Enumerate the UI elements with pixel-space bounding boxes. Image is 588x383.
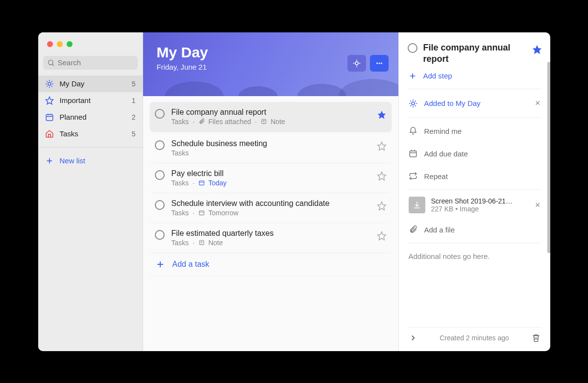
task-item[interactable]: Pay electric bill Tasks Today <box>150 163 392 193</box>
star-toggle[interactable] <box>532 44 541 54</box>
star-toggle[interactable] <box>377 110 387 120</box>
svg-rect-34 <box>199 210 204 215</box>
star-toggle[interactable] <box>377 171 387 181</box>
due-date-row[interactable]: Add due date <box>408 142 541 165</box>
list-options-button[interactable] <box>370 55 389 72</box>
add-step-button[interactable]: Add step <box>408 65 541 87</box>
note-icon <box>261 118 268 125</box>
delete-task-button[interactable] <box>531 332 541 343</box>
svg-marker-40 <box>377 231 386 240</box>
task-item[interactable]: Schedule business meeting Tasks <box>150 133 392 163</box>
task-meta: Tasks Today <box>172 179 370 187</box>
task-item[interactable]: File estimated quarterly taxes Tasks Not… <box>150 223 392 253</box>
svg-rect-12 <box>46 114 53 120</box>
svg-point-46 <box>412 102 415 105</box>
complete-checkbox[interactable] <box>155 170 165 180</box>
sidebar-divider <box>38 147 143 148</box>
hide-details-button[interactable] <box>408 332 418 343</box>
complete-checkbox[interactable] <box>155 230 165 240</box>
calendar-icon <box>45 113 54 122</box>
sidebar-item-label: Planned <box>60 113 87 121</box>
svg-point-25 <box>381 62 382 64</box>
task-title: File company annual report <box>172 108 370 117</box>
attachment-meta: 227 KB • Image <box>431 205 529 213</box>
sidebar-item-count: 2 <box>132 113 136 121</box>
search-input[interactable] <box>58 58 151 67</box>
attachment-name: Screen Shot 2019-06-21… <box>431 197 529 205</box>
add-task-label: Add a task <box>172 260 210 269</box>
task-meta: Tasks Tomorrow <box>172 209 370 217</box>
new-list-button[interactable]: New list <box>38 153 143 169</box>
calendar-icon <box>198 209 205 216</box>
sidebar-item-label: Tasks <box>60 129 78 138</box>
search-field[interactable] <box>43 56 138 70</box>
repeat-icon <box>409 172 417 180</box>
search-icon <box>47 58 55 67</box>
svg-point-23 <box>376 62 378 64</box>
notes-field[interactable]: Additional notes go here. <box>408 245 541 327</box>
svg-line-8 <box>51 86 52 86</box>
add-file-row[interactable]: Add a file <box>408 218 541 241</box>
svg-line-51 <box>410 101 411 101</box>
svg-point-0 <box>48 60 52 64</box>
svg-marker-36 <box>377 202 386 210</box>
attachment-icon <box>198 118 205 125</box>
attachment-row[interactable]: Screen Shot 2019-06-21… 227 KB • Image × <box>408 192 541 218</box>
sidebar-item-tasks[interactable]: Tasks 5 <box>38 126 143 142</box>
task-meta: Tasks Files attached Note <box>172 118 370 126</box>
added-to-myday-row[interactable]: Added to My Day × <box>408 91 541 115</box>
complete-checkbox[interactable] <box>408 43 417 53</box>
svg-line-10 <box>51 81 52 81</box>
remove-attachment-button[interactable]: × <box>535 200 540 210</box>
detail-task-title[interactable]: File company annual report <box>423 42 526 65</box>
sidebar-item-important[interactable]: Important 1 <box>38 92 143 109</box>
svg-point-2 <box>48 82 51 85</box>
svg-rect-55 <box>410 151 416 157</box>
plus-icon <box>409 72 416 80</box>
svg-line-9 <box>47 86 47 86</box>
home-icon <box>45 129 54 138</box>
complete-checkbox[interactable] <box>155 200 165 210</box>
svg-line-53 <box>410 105 411 106</box>
note-icon <box>198 239 205 246</box>
star-toggle[interactable] <box>377 141 387 151</box>
svg-marker-29 <box>377 110 386 119</box>
task-title: Schedule business meeting <box>172 139 370 148</box>
sidebar-item-count: 5 <box>132 130 136 138</box>
add-task-button[interactable]: Add a task <box>150 253 392 276</box>
task-list: File company annual report Tasks Files a… <box>143 96 398 351</box>
svg-point-24 <box>378 62 380 64</box>
sun-icon <box>45 79 54 88</box>
calendar-icon <box>409 149 417 158</box>
svg-rect-31 <box>199 180 204 185</box>
sidebar-item-count: 5 <box>132 80 136 88</box>
details-footer: Created 2 minutes ago <box>408 327 541 345</box>
task-title: Pay electric bill <box>172 169 370 178</box>
minimize-window-button[interactable] <box>57 41 63 47</box>
download-icon <box>409 197 425 213</box>
sidebar-item-count: 1 <box>132 97 136 104</box>
suggestions-button[interactable] <box>347 55 366 72</box>
sidebar-item-myday[interactable]: My Day 5 <box>38 76 143 92</box>
remind-me-row[interactable]: Remind me <box>408 120 541 142</box>
sidebar-item-planned[interactable]: Planned 2 <box>38 109 143 126</box>
repeat-row[interactable]: Repeat <box>408 165 541 187</box>
task-meta: Tasks Note <box>172 239 370 247</box>
close-window-button[interactable] <box>47 41 53 47</box>
paperclip-icon <box>409 225 417 234</box>
complete-checkbox[interactable] <box>155 109 165 119</box>
star-toggle[interactable] <box>377 201 387 211</box>
complete-checkbox[interactable] <box>155 140 165 150</box>
star-toggle[interactable] <box>377 231 387 241</box>
task-item[interactable]: Schedule interview with accounting candi… <box>150 193 392 223</box>
task-meta: Tasks <box>172 149 370 157</box>
sun-icon <box>409 99 417 108</box>
task-item[interactable]: File company annual report Tasks Files a… <box>150 102 392 131</box>
main-pane: My Day Friday, June 21 File company annu… <box>143 32 398 351</box>
svg-point-18 <box>355 62 358 65</box>
created-label: Created 2 minutes ago <box>418 334 531 342</box>
remove-myday-button[interactable]: × <box>535 98 540 108</box>
plus-icon <box>45 156 54 165</box>
svg-marker-11 <box>46 97 53 104</box>
maximize-window-button[interactable] <box>67 41 73 47</box>
